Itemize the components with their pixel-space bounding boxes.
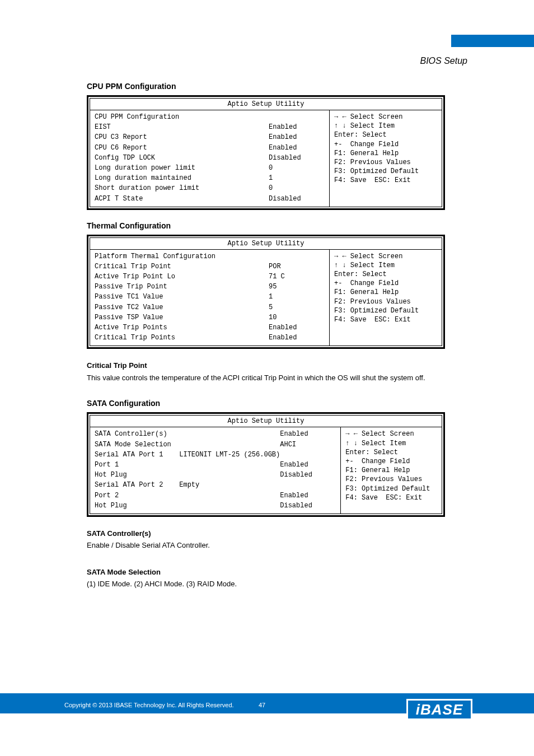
bios-setting-value: 71 C xyxy=(269,272,325,281)
bios-help-line: F1: General Help xyxy=(334,150,399,157)
bios-setting-value: 1 xyxy=(269,174,325,183)
bios-help-line: +- Change Field xyxy=(334,141,399,148)
bios-title: Aptio Setup Utility xyxy=(90,238,442,250)
bios-help-line: ↑ ↓ Select Item xyxy=(345,440,406,447)
ibase-logo: iBASE xyxy=(406,699,472,720)
bios-setting-value: Enabled xyxy=(280,491,336,500)
bios-box: Aptio Setup Utility Platform Thermal Con… xyxy=(87,235,445,349)
bios-setting-value: Disabled xyxy=(280,501,336,510)
bios-help-line: F3: Optimized Default xyxy=(334,167,419,175)
bios-setting-value: Enabled xyxy=(269,333,325,342)
page-body: BIOS Setup CPU PPM Configuration Aptio S… xyxy=(64,56,467,605)
bios-box: Aptio Setup Utility SATA Controller(s)En… xyxy=(87,412,445,517)
section-title: SATA Configuration xyxy=(87,399,467,408)
bios-help-line: Enter: Select xyxy=(334,131,387,139)
section-title: Thermal Configuration xyxy=(87,221,467,230)
bios-help-line: F1: General Help xyxy=(334,288,399,296)
bios-setting-label: Passive TC2 Value xyxy=(95,303,269,312)
desc-text: Enable / Disable Serial ATA Controller. xyxy=(87,540,445,551)
bios-setting-value: AHCI xyxy=(280,440,336,449)
bios-setting-value: Enabled xyxy=(269,123,325,132)
desc-heading: SATA Mode Selection xyxy=(87,567,445,578)
bios-setting-label: Hot Plug xyxy=(95,470,280,479)
bios-setting-label: Config TDP LOCK xyxy=(95,153,269,162)
bios-setting-label: Active Trip Points xyxy=(95,323,269,332)
bios-setting-value: Enabled xyxy=(269,143,325,152)
bios-setting-label: Serial ATA Port 2 Empty xyxy=(95,480,280,489)
bios-help-line: F3: Optimized Default xyxy=(334,307,419,315)
bios-setting-label: Hot Plug xyxy=(95,501,280,510)
bios-help-line: ↑ ↓ Select Item xyxy=(334,262,395,269)
bios-help-line: Enter: Select xyxy=(334,270,387,278)
footer-copyright: Copyright © 2013 IBASE Technology Inc. A… xyxy=(64,702,234,708)
bios-setting-label: Long duration maintained xyxy=(95,174,269,183)
bios-setting-label: Port 1 xyxy=(95,460,280,469)
bios-setting-label: Platform Thermal Configuration xyxy=(95,252,269,261)
section-title: CPU PPM Configuration xyxy=(87,82,467,91)
bios-setting-label: Active Trip Point Lo xyxy=(95,272,269,281)
bios-setting-label: ACPI T State xyxy=(95,194,269,203)
bios-setting-label: Passive TSP Value xyxy=(95,313,269,322)
bios-setting-value: 0 xyxy=(269,164,325,172)
desc-text: This value controls the temperature of t… xyxy=(87,372,445,384)
bios-help-line: → ← Select Screen xyxy=(345,430,414,438)
bios-setting-value: 0 xyxy=(269,184,325,193)
footer-bar: Copyright © 2013 IBASE Technology Inc. A… xyxy=(0,693,534,713)
bios-box: Aptio Setup Utility CPU PPM Configuratio… xyxy=(87,95,445,210)
bios-setting-value xyxy=(280,480,336,489)
bios-setting-value: Disabled xyxy=(269,153,325,162)
bios-left-pane: SATA Controller(s)Enabled SATA Mode Sele… xyxy=(90,427,341,514)
bios-left-pane: Platform Thermal Configuration Critical … xyxy=(90,250,330,346)
bios-setting-value: POR xyxy=(269,262,325,271)
bios-help-line: F4: Save ESC: Exit xyxy=(334,176,411,184)
bios-help-line: → ← Select Screen xyxy=(334,113,402,121)
header-blue-bar xyxy=(451,35,534,47)
footer-page-number: 47 xyxy=(259,702,265,708)
bios-setting-label: Short duration power limit xyxy=(95,184,269,193)
bios-help-pane: → ← Select Screen ↑ ↓ Select Item Enter:… xyxy=(341,427,442,514)
chapter-heading: BIOS Setup xyxy=(64,56,467,66)
bios-setting-value: 10 xyxy=(269,313,325,322)
desc-heading: Critical Trip Point xyxy=(87,360,445,371)
bios-setting-value: Enabled xyxy=(280,460,336,469)
bios-setting-label: CPU PPM Configuration xyxy=(95,113,269,122)
bios-help-line: → ← Select Screen xyxy=(334,253,402,260)
bios-title: Aptio Setup Utility xyxy=(90,416,442,427)
bios-help-pane: → ← Select Screen ↑ ↓ Select Item Enter:… xyxy=(330,250,442,346)
bios-setting-label: CPU C3 Report xyxy=(95,133,269,142)
bios-setting-label: Critical Trip Point xyxy=(95,262,269,271)
bios-left-pane: CPU PPM Configuration EISTEnabled CPU C3… xyxy=(90,110,330,207)
bios-setting-value xyxy=(269,252,325,261)
bios-help-line: F3: Optimized Default xyxy=(345,485,430,493)
bios-help-line: F2: Previous Values xyxy=(345,475,422,483)
bios-help-line: +- Change Field xyxy=(345,458,410,465)
bios-help-line: ↑ ↓ Select Item xyxy=(334,122,395,130)
bios-setting-label: Passive Trip Point xyxy=(95,282,269,291)
bios-help-line: Enter: Select xyxy=(345,449,398,456)
bios-setting-label: Critical Trip Points xyxy=(95,333,269,342)
bios-help-line: F4: Save ESC: Exit xyxy=(345,494,422,502)
bios-setting-label: CPU C6 Report xyxy=(95,143,269,152)
desc-text: (1) IDE Mode. (2) AHCI Mode. (3) RAID Mo… xyxy=(87,578,445,590)
bios-setting-label: EIST xyxy=(95,123,269,132)
bios-setting-value xyxy=(280,450,336,459)
bios-setting-value: Enabled xyxy=(269,133,325,142)
bios-help-pane: → ← Select Screen ↑ ↓ Select Item Enter:… xyxy=(330,110,442,207)
bios-setting-value: 5 xyxy=(269,303,325,312)
bios-setting-value: Disabled xyxy=(269,194,325,203)
bios-setting-value xyxy=(269,113,325,122)
bios-help-line: F1: General Help xyxy=(345,466,410,474)
bios-setting-label: Passive TC1 Value xyxy=(95,292,269,301)
bios-setting-value: Enabled xyxy=(269,323,325,332)
bios-help-line: F2: Previous Values xyxy=(334,158,411,166)
bios-setting-label: SATA Mode Selection xyxy=(95,440,280,449)
bios-setting-label: Port 2 xyxy=(95,491,280,500)
desc-heading: SATA Controller(s) xyxy=(87,528,445,539)
bios-setting-value: Disabled xyxy=(280,470,336,479)
bios-setting-value: Enabled xyxy=(280,430,336,438)
bios-setting-value: 1 xyxy=(269,292,325,301)
bios-help-line: F2: Previous Values xyxy=(334,298,411,306)
bios-setting-value: 95 xyxy=(269,282,325,291)
bios-setting-label: Serial ATA Port 1 LITEONIT LMT-25 (256.0… xyxy=(95,450,280,459)
bios-help-line: +- Change Field xyxy=(334,279,399,287)
